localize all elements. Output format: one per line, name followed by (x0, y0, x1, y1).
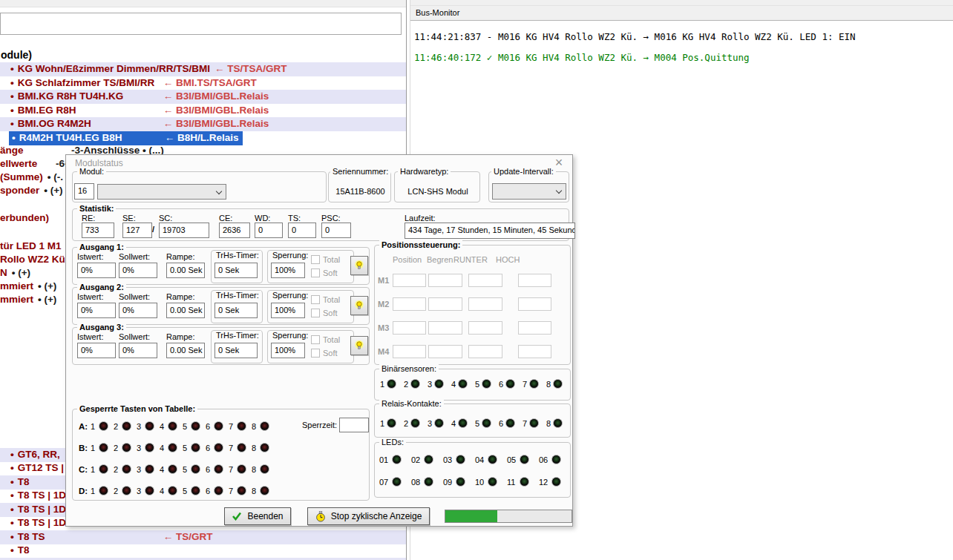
lamp-button[interactable] (350, 296, 368, 315)
clipped-text-a: ellwerte (0, 158, 37, 169)
update-intervall-combo[interactable]: Normal (492, 183, 566, 200)
checkbox-icon (311, 335, 320, 344)
led-indicator (237, 486, 246, 495)
led-number: 12 (539, 478, 548, 487)
seriennummer-group: Seriennummer: 15A11B-8600 (328, 171, 391, 202)
led-indicator (434, 379, 444, 389)
module-row[interactable]: •BMI.KG R8H TU4H.KG← B3I/BMI/GBL.Relais (0, 90, 406, 104)
seriennummer-label: Seriennummer: (330, 167, 390, 177)
bus-monitor-titlebar: Bus-Monitor (410, 6, 953, 21)
led-indicator (237, 443, 246, 452)
lamp-button[interactable] (350, 256, 368, 275)
led-indicator (168, 486, 177, 495)
pos-value-input (428, 274, 462, 287)
tasten-row-label: B: (79, 444, 88, 452)
led-indicator (410, 418, 420, 428)
checkbox-icon (311, 269, 320, 277)
pos-row-label: M2 (378, 300, 389, 309)
led-indicator (458, 418, 468, 428)
led-number: 02 (411, 455, 420, 464)
module-name: BMI.KG R8H TU4H.KG (18, 90, 163, 103)
checkbox-label: Total (323, 335, 340, 344)
led-number: 8 (546, 380, 551, 389)
ausgang-label: Ausgang 1: (77, 243, 126, 252)
update-intervall-label: Update-Intervall: (491, 167, 556, 177)
stat-field-value: 0 (288, 223, 316, 238)
beenden-button[interactable]: Beenden (224, 507, 291, 525)
module-row[interactable]: •T8 | 1 Licht GT 2 Licht A. H (0, 558, 406, 560)
led-indicator (424, 455, 433, 464)
sperrung-label: Sperrung: (270, 291, 310, 300)
led-number: 5 (183, 444, 187, 452)
lamp-button[interactable] (350, 336, 368, 355)
led-number: 2 (114, 465, 118, 474)
led-number: 1 (91, 465, 95, 474)
sollwert-value: 0% (119, 343, 157, 358)
clipped-text-a: mmiert (0, 280, 33, 291)
hardwaretyp-label: Hardwaretyp: (398, 167, 451, 177)
bullet-icon: • (10, 504, 14, 515)
led-number: 01 (379, 455, 388, 464)
clipped-text-b: • (+) (38, 280, 56, 291)
stat-field-value: 127 (122, 223, 152, 238)
binaersensoren-label: Binärsensoren: (379, 364, 439, 374)
led-indicator (387, 418, 396, 428)
stop-zyklische-anzeige-button[interactable]: Stop zyklische Anzeige (307, 507, 430, 525)
rampe-value: 0.00 Sek (166, 263, 205, 278)
modul-group: Modul: 16 0 16 KG HV4 Rollo WZ2 Kü. (72, 171, 327, 202)
bullet-icon: • (10, 118, 14, 129)
module-name: GT12 TS | (18, 461, 64, 475)
pos-value-input (518, 345, 551, 358)
checkbox-label: Soft (323, 349, 338, 358)
module-link: ← BMI.TS/TSA/GRT (163, 77, 257, 88)
led-indicator (456, 477, 465, 487)
sperrzeit-input[interactable] (339, 418, 369, 432)
module-row[interactable]: •T8 (0, 544, 406, 558)
log-text: M016 KG HV4 Rollo WZ2 Kü. → M004 Pos.Qui… (498, 52, 750, 63)
led-number: 3 (428, 419, 432, 428)
led-number: 3 (137, 444, 141, 452)
led-indicator (392, 455, 402, 464)
toolbar-field[interactable] (0, 13, 402, 35)
led-number: 6 (499, 419, 503, 428)
led-number: 07 (379, 478, 388, 487)
module-row[interactable]: •R4M2H TU4H.EG B8H← B8H/L.Relais (9, 131, 243, 145)
module-row[interactable]: •BMI.EG R8H← B3I/BMI/GBL.Relais (0, 104, 406, 118)
led-indicator (456, 455, 465, 464)
led-indicator (482, 379, 491, 389)
led-number: 3 (137, 422, 141, 431)
led-number: 1 (380, 419, 384, 428)
modul-combo[interactable]: 0 16 KG HV4 Rollo WZ2 Kü. (97, 184, 226, 200)
led-indicator (214, 443, 223, 452)
module-row[interactable]: •KG Schlafzimmer TS/BMI/RR← BMI.TS/TSA/G… (0, 76, 406, 90)
log-time: 11:46:40:172 (414, 52, 481, 63)
modul-number-input[interactable]: 16 (74, 183, 94, 200)
ausgang-group: Ausgang 3:Istwert:0%Sollwert:0%Rampe:0.0… (72, 327, 370, 365)
chevron-down-icon (556, 188, 562, 194)
bus-log-line: 11:46:40:172 ✓ M016 KG HV4 Rollo WZ2 Kü.… (414, 52, 750, 63)
led-indicator (237, 464, 246, 474)
positionssteuerung-group: Positionssteuerung: PositionBegrenzungRU… (374, 245, 571, 365)
istwert-label: Istwert: (77, 292, 103, 301)
led-indicator (191, 443, 200, 452)
module-row[interactable]: •KG Wohn/Eßzimmer Dimmen/RR/TS/BMI← TS/T… (0, 62, 406, 76)
led-number: 05 (507, 455, 516, 464)
led-number: 4 (451, 419, 456, 428)
stat-field-value: 733 (82, 223, 114, 238)
led-number: 3 (137, 487, 141, 495)
modul-group-label: Modul: (77, 167, 106, 177)
trhs-timer-value: 0 Sek (214, 303, 258, 318)
module-link: ← TS/GRT (163, 531, 213, 542)
rampe-value: 0.00 Sek (166, 303, 205, 318)
led-number: 5 (183, 487, 187, 495)
led-indicator (553, 379, 563, 389)
soft-checkbox: Soft (311, 309, 338, 317)
led-indicator (424, 477, 433, 487)
checkbox-icon (311, 309, 320, 317)
sperrung-label: Sperrung: (270, 251, 310, 260)
led-indicator (505, 418, 515, 428)
led-indicator (520, 455, 529, 464)
module-row[interactable]: •BMI.OG R4M2H← B3I/BMI/GBL.Relais (0, 117, 406, 131)
bullet-icon: • (10, 544, 14, 556)
module-row[interactable]: •T8 TS← TS/GRT (0, 530, 406, 544)
